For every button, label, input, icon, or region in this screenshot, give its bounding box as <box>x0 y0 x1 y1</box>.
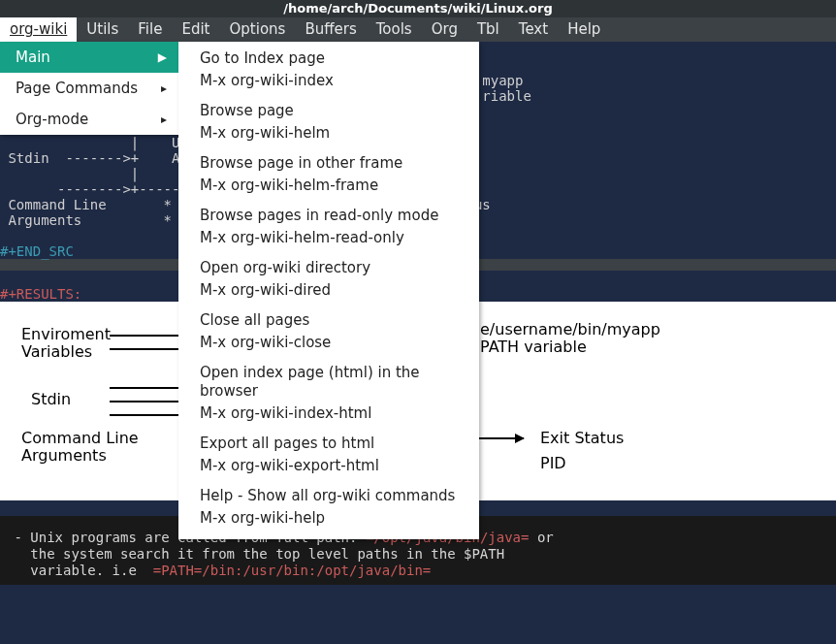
submenu-main-commands: Go to Index page M-x org-wiki-index Brow… <box>178 42 479 539</box>
menu-org[interactable]: Org <box>422 17 467 42</box>
submenu-item-page-commands[interactable]: Page Commands ▸ <box>0 73 178 104</box>
cmd-mx: M-x org-wiki-close <box>178 332 479 354</box>
menu-file[interactable]: File <box>128 17 172 42</box>
menu-text[interactable]: Text <box>509 17 558 42</box>
cmd-mx: M-x org-wiki-dired <box>178 279 479 302</box>
org-results: #+RESULTS: <box>0 286 81 302</box>
cmd-mx: M-x org-wiki-helm-frame <box>178 175 479 197</box>
submenu-item-label: Main <box>16 48 50 66</box>
cmd-mx: M-x org-wiki-help <box>178 507 479 530</box>
dg-pid2: PID <box>540 455 566 472</box>
editor-text-right: riable <box>482 88 531 104</box>
title-bar: /home/arch/Documents/wiki/Linux.org <box>0 0 836 17</box>
menu-options[interactable]: Options <box>220 17 296 42</box>
org-end-src: #+END_SRC <box>0 243 74 259</box>
submenu-item-label: Page Commands <box>16 80 138 97</box>
menu-buffers[interactable]: Buffers <box>295 17 366 42</box>
cmd-mx: M-x org-wiki-helm-read-only <box>178 227 479 249</box>
menu-help[interactable]: Help <box>558 17 610 42</box>
submenu-item-label: Org-mode <box>16 111 88 128</box>
menu-utils[interactable]: Utils <box>77 17 128 42</box>
chevron-right-icon: ▸ <box>161 113 167 126</box>
menu-org-wiki[interactable]: org-wiki <box>0 17 77 42</box>
arrow-icon <box>110 387 187 389</box>
cmd-index-html[interactable]: Open index page (html) in the browser <box>178 362 479 402</box>
editor-line: Stdin ------->+ Ap <box>0 150 188 166</box>
menu-bar: org-wiki Utils File Edit Options Buffers… <box>0 17 836 42</box>
cmd-browse-readonly[interactable]: Browse pages in read-only mode <box>178 205 479 227</box>
editor-line: | <box>0 166 139 181</box>
dg-right-top: e/username/bin/myapp PATH variable <box>480 321 660 356</box>
chevron-right-icon: ▶ <box>158 50 167 64</box>
cmd-go-index[interactable]: Go to Index page <box>178 48 479 70</box>
editor-line: -------->+------- <box>0 181 196 197</box>
cmd-browse-frame[interactable]: Browse page in other frame <box>178 152 479 175</box>
cmd-mx: M-x org-wiki-index-html <box>178 402 479 425</box>
cmd-mx: M-x org-wiki-export-html <box>178 455 479 477</box>
arrow-icon <box>110 348 187 350</box>
editor-line: | Un <box>0 135 188 150</box>
dg-stdin: Stdin <box>31 391 71 408</box>
editor-line: Arguments * F <box>0 212 188 228</box>
cmd-browse-page[interactable]: Browse page <box>178 100 479 122</box>
cmd-help[interactable]: Help - Show all org-wiki commands <box>178 485 479 507</box>
cmd-mx: M-x org-wiki-index <box>178 70 479 92</box>
submenu-orgwiki: Main ▶ Page Commands ▸ Org-mode ▸ <box>0 42 178 135</box>
cmd-open-dir[interactable]: Open org-wiki directory <box>178 257 479 279</box>
arrow-icon <box>110 401 187 402</box>
chevron-right-icon: ▸ <box>161 81 167 95</box>
submenu-item-org-mode[interactable]: Org-mode ▸ <box>0 104 178 135</box>
arrow-icon <box>110 414 187 416</box>
cmd-export-html[interactable]: Export all pages to html <box>178 433 479 455</box>
submenu-item-main[interactable]: Main ▶ <box>0 42 178 73</box>
menu-tools[interactable]: Tools <box>367 17 422 42</box>
editor-text-right: myapp <box>482 73 523 88</box>
arrow-icon <box>110 335 187 337</box>
dg-exit: Exit Status <box>540 430 624 447</box>
cmd-mx: M-x org-wiki-helm <box>178 122 479 145</box>
dg-env: Enviroment Variables <box>21 326 111 361</box>
menu-tbl[interactable]: Tbl <box>467 17 509 42</box>
dg-cmdline: Command Line Arguments <box>21 430 139 465</box>
cmd-close-all[interactable]: Close all pages <box>178 309 479 332</box>
editor-line: Command Line * P <box>0 197 188 212</box>
menu-edit[interactable]: Edit <box>172 17 219 42</box>
